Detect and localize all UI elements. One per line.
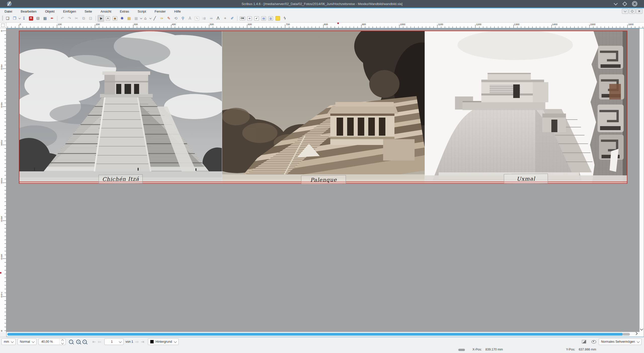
pdf-combo-box-button[interactable]: ▤ bbox=[260, 15, 267, 22]
layer-select[interactable]: Hintergrund bbox=[148, 338, 178, 345]
hruler-tick bbox=[148, 26, 148, 28]
mdi-restore-button[interactable] bbox=[629, 9, 635, 14]
image-frame-palenque[interactable] bbox=[222, 31, 425, 183]
link-text-frames-button[interactable]: ⇉ bbox=[201, 15, 207, 22]
mdi-close-button[interactable]: ✕ bbox=[636, 9, 642, 14]
image-frame-uxmal[interactable] bbox=[425, 31, 627, 183]
measurements-button[interactable]: Λ bbox=[215, 15, 221, 22]
zoom-in-button[interactable]: + bbox=[82, 339, 89, 345]
hruler-tick bbox=[536, 26, 536, 28]
hruler-tick bbox=[213, 26, 213, 28]
menu-item-einfgen[interactable]: Einfügen bbox=[63, 10, 76, 13]
menu-item-script[interactable]: Script bbox=[138, 10, 146, 13]
hruler-tick bbox=[601, 26, 601, 28]
preview-eye-icon[interactable] bbox=[591, 340, 596, 343]
insert-line-button[interactable]: ╱ bbox=[151, 15, 158, 22]
quality-select[interactable]: Normal bbox=[18, 338, 36, 345]
rotate-item-button[interactable]: ⟲ bbox=[173, 15, 179, 22]
menu-item-hilfe[interactable]: Hilfe bbox=[174, 10, 181, 13]
vertical-ruler[interactable]: 01 0 02 0 03 0 04 0 05 0 06 0 07 0 08 0 … bbox=[0, 28, 6, 332]
zoom-tool-button[interactable]: ⚲ bbox=[180, 15, 186, 22]
zoom-level-spinbox[interactable]: 40,00 % bbox=[38, 338, 66, 345]
insert-polygon-dropdown-icon[interactable] bbox=[149, 17, 151, 19]
menu-item-extras[interactable]: Extras bbox=[120, 10, 129, 13]
copy-item-properties-button[interactable]: ✦ bbox=[222, 15, 228, 22]
text-frame-label-uxmal[interactable]: Uxmal bbox=[504, 174, 548, 184]
zoom-100-button[interactable]: 1 bbox=[75, 339, 81, 345]
insert-image-frame-button[interactable]: ▣ bbox=[112, 15, 118, 22]
new-document-button[interactable]: ❏ bbox=[4, 15, 11, 22]
unlink-text-frames-button[interactable]: ⇸ bbox=[208, 15, 214, 22]
edit-contents-button[interactable]: A bbox=[187, 15, 193, 22]
vruler-tick bbox=[5, 278, 6, 278]
horizontal-scrollbar[interactable] bbox=[7, 332, 640, 337]
redo-button[interactable]: ↷ bbox=[66, 15, 73, 22]
horizontal-ruler[interactable]: 0100200300400500600700800900100011001200… bbox=[6, 23, 644, 28]
window-maximize-button[interactable] bbox=[621, 1, 628, 7]
pdf-text-annotation-button[interactable] bbox=[274, 15, 281, 22]
first-page-button[interactable]: ⇤ bbox=[92, 339, 96, 345]
insert-polygon-button[interactable]: ⌂ bbox=[142, 15, 149, 22]
preflight-verifier-button[interactable]: ▦ bbox=[42, 15, 48, 22]
pdf-text-field-button[interactable]: ≡ bbox=[246, 15, 253, 22]
pdf-check-box-button[interactable]: ✔ bbox=[253, 15, 260, 22]
spin-arrows[interactable] bbox=[59, 339, 65, 345]
undo-button[interactable]: ↶ bbox=[59, 15, 66, 22]
copy-button[interactable]: ⧉ bbox=[80, 15, 87, 22]
vision-defect-select[interactable]: Normales Sehvermögen bbox=[599, 338, 641, 345]
mdi-minimize-button[interactable] bbox=[622, 9, 628, 14]
hruler-tick bbox=[521, 26, 521, 28]
document-page[interactable]: Chichén Itzá Palenque Uxmal bbox=[19, 31, 627, 184]
hruler-tick bbox=[236, 26, 236, 28]
export-pdf-button[interactable]: ✒ bbox=[49, 15, 55, 22]
last-page-button[interactable]: ⇥ bbox=[140, 339, 145, 345]
save-document-button[interactable]: ↧ bbox=[21, 15, 27, 22]
open-document-button[interactable]: ❐ bbox=[11, 15, 18, 22]
menu-item-bearbeiten[interactable]: Bearbeiten bbox=[21, 10, 36, 13]
hruler-tick bbox=[87, 26, 88, 28]
menu-item-fenster[interactable]: Fenster bbox=[155, 10, 166, 13]
open-document-dropdown-icon[interactable] bbox=[19, 17, 21, 19]
unit-select[interactable]: mm bbox=[2, 338, 16, 345]
eye-dropper-button[interactable]: ✐ bbox=[229, 15, 235, 22]
menu-item-datei[interactable]: Datei bbox=[5, 10, 12, 13]
image-frame-chichen-itza[interactable] bbox=[19, 31, 222, 183]
edit-text-story-editor-button[interactable]: ✎ bbox=[194, 15, 200, 22]
select-item-button[interactable]: ➤ bbox=[98, 15, 104, 22]
previous-page-button[interactable]: ⇦ bbox=[97, 339, 102, 345]
preview-quality-button[interactable] bbox=[581, 339, 588, 345]
pdf-link-annotation-button[interactable]: ϟ bbox=[281, 15, 288, 22]
insert-freehand-line-button[interactable]: ✎ bbox=[166, 15, 172, 22]
paste-button[interactable]: ⊡ bbox=[87, 15, 94, 22]
x-position-readout: X-Pos:839.170 mm bbox=[472, 348, 503, 351]
edit-text-story-editor-icon: ✎ bbox=[195, 16, 199, 21]
page-number-select[interactable]: 1 bbox=[104, 338, 124, 345]
hruler-tick bbox=[483, 26, 483, 28]
menu-item-seite[interactable]: Seite bbox=[85, 10, 92, 13]
zoom-out-button[interactable]: − bbox=[68, 339, 75, 345]
print-document-button[interactable]: ⊟ bbox=[35, 15, 41, 22]
ruler-origin-widget[interactable] bbox=[0, 23, 6, 28]
insert-shape-dropdown-icon[interactable] bbox=[140, 17, 142, 19]
menu-item-ansicht[interactable]: Ansicht bbox=[101, 10, 111, 13]
insert-text-frame-button[interactable]: A bbox=[105, 15, 111, 22]
insert-table-button[interactable]: ▦ bbox=[126, 15, 132, 22]
next-page-button[interactable]: ⇨ bbox=[135, 339, 140, 345]
window-close-button[interactable]: ✕ bbox=[631, 1, 638, 7]
insert-shape-button[interactable]: ■ bbox=[133, 15, 139, 22]
pdf-push-button-button[interactable]: OK bbox=[239, 15, 246, 22]
insert-bezier-curve-button[interactable]: ✑ bbox=[158, 15, 165, 22]
pdf-list-box-button[interactable]: ▥ bbox=[267, 15, 274, 22]
window-minimize-button[interactable] bbox=[612, 1, 619, 7]
toolbar-drag-handle[interactable] bbox=[2, 16, 3, 21]
menu-item-objekt[interactable]: Objekt bbox=[45, 10, 55, 13]
text-frame-label-palenque[interactable]: Palenque bbox=[301, 175, 346, 185]
text-frame-label-chichen-itza[interactable]: Chichén Itzá bbox=[99, 174, 143, 184]
horizontal-scrollbar-thumb[interactable] bbox=[7, 333, 623, 336]
vruler-tick bbox=[3, 296, 6, 297]
cut-button[interactable]: ✂ bbox=[73, 15, 80, 22]
canvas[interactable]: Chichén Itzá Palenque Uxmal bbox=[7, 28, 640, 332]
close-document-button[interactable]: ✕ bbox=[28, 15, 34, 22]
vertical-scrollbar[interactable] bbox=[639, 28, 644, 332]
insert-render-frame-button[interactable]: ✺ bbox=[119, 15, 125, 22]
